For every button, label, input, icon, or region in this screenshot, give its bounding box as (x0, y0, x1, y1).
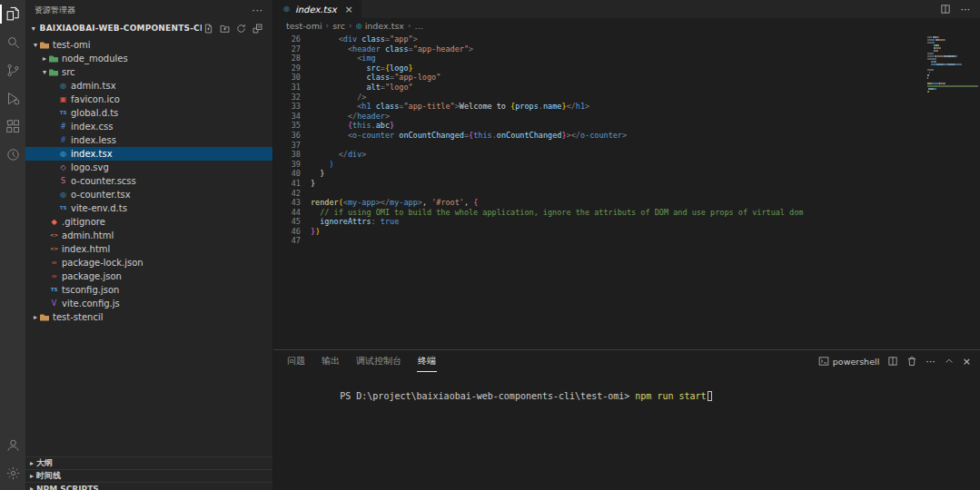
breadcrumb-item-…[interactable]: … (415, 21, 424, 31)
code-line-42[interactable]: 42 (273, 189, 924, 199)
code-line-44[interactable]: 44 // if using OMI to build the whole ap… (273, 208, 924, 218)
tree-file-index.less[interactable]: #index.less (25, 133, 272, 147)
line-number: 26 (273, 34, 301, 44)
refresh-button[interactable] (236, 24, 246, 34)
code-line-46[interactable]: 46}) (273, 227, 924, 237)
code-line-30[interactable]: 30 class="app-logo" (273, 73, 924, 83)
tree-file-global.d.ts[interactable]: TSglobal.d.ts (25, 106, 272, 120)
activity-item-run-debug[interactable] (0, 84, 25, 113)
minimap-line (927, 85, 978, 87)
line-number: 36 (273, 131, 301, 141)
new-file-button[interactable] (203, 24, 213, 34)
breadcrumb-item-test-omi[interactable]: test-omi (286, 21, 322, 31)
tree-file-package-lock.json[interactable]: ≡package-lock.json (25, 256, 272, 270)
code-line-33[interactable]: 33 <h1 class="app-title">Welcome to {pro… (273, 102, 924, 112)
git-branch-icon (5, 63, 21, 78)
code-line-39[interactable]: 39 ) (273, 160, 924, 170)
code-line-41[interactable]: 41} (273, 179, 924, 189)
file-icon-index.less: # (58, 137, 68, 144)
minimap[interactable] (924, 33, 980, 349)
tree-folder-src[interactable]: ▾src (25, 65, 272, 79)
maximize-panel-chevron-up-icon[interactable] (944, 356, 955, 367)
tree-file-package.json[interactable]: ≡package.json (25, 270, 272, 283)
line-number: 41 (273, 179, 301, 189)
code-line-28[interactable]: 28 <img (273, 54, 924, 64)
chevron-right-icon: ▸ (30, 459, 34, 467)
code-line-45[interactable]: 45 ignoreAttrs: true (273, 217, 924, 227)
minimap-line (927, 53, 978, 54)
code-line-27[interactable]: 27 <header class="app-header"> (273, 44, 924, 54)
workspace-section-header[interactable]: ▾ BAIXIAOBAI-WEB-COMPONENTS-CLI (25, 20, 272, 36)
split-editor-icon[interactable] (940, 4, 951, 15)
tree-file-o-counter.scss[interactable]: So-counter.scss (25, 174, 272, 188)
tree-file-logo.svg[interactable]: ◇logo.svg (25, 161, 272, 174)
breadcrumb-separator: › (408, 21, 411, 30)
panel-tab-output[interactable]: 输出 (321, 350, 341, 372)
close-panel-icon[interactable]: × (963, 356, 971, 368)
tree-file-vite-env.d.ts[interactable]: TSvite-env.d.ts (25, 201, 272, 215)
code-line-47[interactable]: 47 (273, 236, 924, 246)
activity-item-accounts[interactable] (0, 431, 25, 459)
panel-tab-terminal[interactable]: 终端 (417, 350, 437, 372)
shell-picker[interactable]: powershell (818, 356, 879, 367)
tree-item-label: .gitignore (62, 217, 105, 227)
section-label: 时间线 (36, 470, 61, 482)
sidebar-section-outline[interactable]: ▸大纲 (25, 456, 272, 469)
panel-more-actions-icon[interactable]: ··· (926, 356, 935, 368)
tree-folder-test-omi[interactable]: ▾test-omi (25, 38, 272, 52)
terminal[interactable]: PS D:\project\baixiaobai-web-components-… (273, 372, 980, 490)
editor-more-actions-icon[interactable]: ··· (961, 4, 971, 15)
tree-file-index.css[interactable]: #index.css (25, 120, 272, 133)
line-content (301, 141, 311, 151)
tree-file-.gitignore[interactable]: ◆.gitignore (25, 215, 272, 229)
minimap-line (927, 64, 978, 65)
tree-file-vite.config.js[interactable]: Vvite.config.js (25, 297, 272, 310)
code-line-36[interactable]: 36 <o-counter onCountChanged={this.onCou… (273, 131, 924, 141)
code-line-29[interactable]: 29 src={logo} (273, 64, 924, 74)
code-line-40[interactable]: 40 } (273, 169, 924, 179)
activity-item-search[interactable] (0, 28, 25, 56)
new-folder-button[interactable] (220, 24, 230, 34)
tree-file-tsconfig.json[interactable]: TStsconfig.json (25, 283, 272, 297)
activity-item-settings[interactable] (0, 459, 25, 487)
activity-item-extensions[interactable] (0, 113, 25, 141)
activity-item-source-control[interactable] (0, 56, 25, 84)
code-line-31[interactable]: 31 alt="logo" (273, 83, 924, 93)
close-tab-icon[interactable]: × (345, 4, 353, 15)
collapse-all-button[interactable] (252, 24, 262, 34)
tree-file-index.tsx[interactable]: ◎index.tsx (25, 147, 272, 161)
search-icon (5, 34, 21, 50)
sidebar-more-actions-button[interactable]: ··· (252, 5, 263, 15)
tree-file-admin.tsx[interactable]: ◎admin.tsx (25, 79, 272, 93)
breadcrumb-item-index.tsx[interactable]: ◎index.tsx (356, 21, 404, 31)
line-content: ) (301, 160, 334, 170)
tree-file-admin.html[interactable]: <>admin.html (25, 229, 272, 242)
tree-file-o-counter.tsx[interactable]: ◎o-counter.tsx (25, 188, 272, 201)
code-lines[interactable]: 26 <div class="app">27 <header class="ap… (273, 33, 924, 349)
line-content: /> (301, 93, 366, 103)
breadcrumb-item-src[interactable]: src (332, 21, 345, 31)
activity-item-explorer[interactable] (0, 0, 25, 28)
split-terminal-icon[interactable] (887, 356, 898, 367)
panel-tab-problems[interactable]: 问题 (286, 350, 306, 372)
activity-item-extension-view[interactable] (0, 141, 25, 169)
sidebar-section-timeline[interactable]: ▸时间线 (25, 469, 272, 482)
code-line-38[interactable]: 38 </div> (273, 150, 924, 160)
code-line-26[interactable]: 26 <div class="app"> (273, 34, 924, 44)
panel-tab-debug-console[interactable]: 调试控制台 (355, 350, 402, 372)
minimap-line (927, 47, 978, 49)
tree-folder-node_modules[interactable]: ▸node_modules (25, 52, 272, 65)
sidebar-section-npm-scripts[interactable]: ▸NPM SCRIPTS (25, 482, 272, 490)
tree-file-favicon.ico[interactable]: ▣favicon.ico (25, 93, 272, 106)
code-line-34[interactable]: 34 </header> (273, 112, 924, 122)
code-line-32[interactable]: 32 /> (273, 93, 924, 103)
code-line-37[interactable]: 37 (273, 141, 924, 151)
minimap-line (927, 44, 978, 46)
tree-file-index.html[interactable]: <>index.html (25, 242, 272, 256)
code-line-35[interactable]: 35 {this.abc} (273, 121, 924, 131)
tree-folder-test-stencil[interactable]: ▸test-stencil (25, 310, 272, 324)
tree-item-label: o-counter.scss (71, 176, 136, 186)
code-line-43[interactable]: 43render(<my-app></my-app>, '#root', { (273, 198, 924, 208)
tab-index-tsx[interactable]: ◎ index.tsx × (273, 0, 361, 18)
kill-terminal-trash-icon[interactable] (906, 356, 917, 367)
